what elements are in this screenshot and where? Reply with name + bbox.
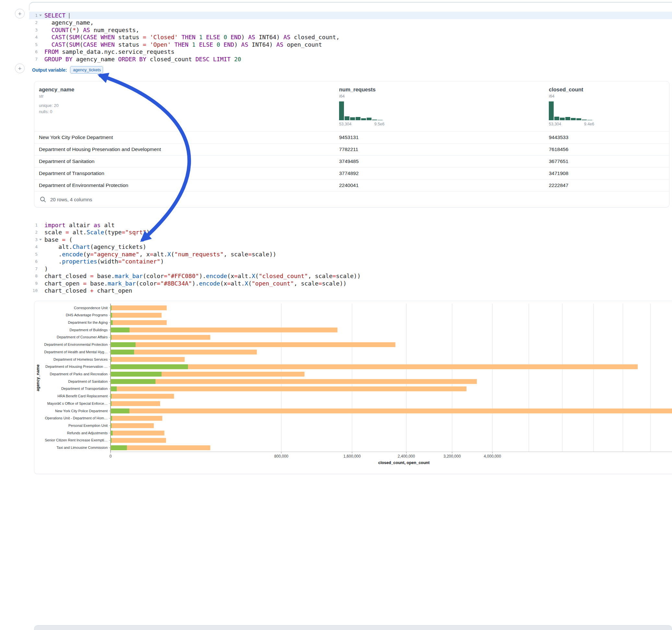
line-number: 7 bbox=[29, 266, 38, 271]
code-line[interactable]: 7) bbox=[29, 265, 672, 272]
code-token bbox=[146, 34, 150, 41]
column-header-closed_count: closed_counti6453,3049.4e6 bbox=[549, 87, 594, 126]
line-number: 4 bbox=[29, 244, 38, 249]
code-token: "#8BC34A" bbox=[161, 280, 192, 287]
code-token: (x bbox=[227, 272, 234, 280]
code-token: X bbox=[252, 272, 256, 280]
line-number: 2 bbox=[29, 230, 38, 235]
code-token: = bbox=[83, 280, 87, 287]
python-code-editor[interactable]: 1import altair as alt2scale = alt.Scale(… bbox=[29, 221, 672, 294]
code-token: encode bbox=[206, 272, 227, 280]
code-token: ( bbox=[66, 236, 73, 243]
code-token: = bbox=[122, 229, 125, 236]
code-token bbox=[146, 41, 150, 48]
code-token: num_requests, bbox=[90, 27, 139, 33]
code-token: = bbox=[157, 280, 161, 287]
search-icon[interactable] bbox=[40, 196, 46, 202]
code-line[interactable]: 10chart_closed + chart_open bbox=[29, 287, 672, 295]
code-token: (y bbox=[83, 251, 90, 258]
code-token: AS bbox=[83, 27, 90, 33]
code-text: agency_name, bbox=[43, 19, 94, 26]
histogram-bar bbox=[361, 118, 366, 120]
code-line[interactable]: 5 .encode(y="agency_name", x=alt.X("num_… bbox=[29, 250, 672, 258]
code-token: ORDER BY bbox=[118, 56, 146, 63]
code-line[interactable]: 1SELECT bbox=[29, 12, 672, 19]
code-token bbox=[44, 34, 51, 41]
table-row[interactable]: Department of Sanitation37494853677651 bbox=[34, 155, 669, 167]
code-line[interactable]: 7GROUP BY agency_name ORDER BY closed_co… bbox=[29, 55, 672, 63]
table-row[interactable]: New York City Police Department945313194… bbox=[34, 131, 669, 143]
y-tick-label: Department of Environmental Protection bbox=[44, 343, 107, 346]
code-line[interactable]: 3 COUNT(*) AS num_requests, bbox=[29, 26, 672, 34]
bar-open-count bbox=[111, 364, 188, 369]
code-line[interactable]: 4 alt.Chart(agency_tickets) bbox=[29, 243, 672, 251]
code-token: , scale bbox=[308, 272, 333, 280]
fold-toggle-icon[interactable] bbox=[38, 239, 43, 240]
code-line[interactable]: 2scale = alt.Scale(type="sqrt") bbox=[29, 229, 672, 236]
code-token: agency_name bbox=[73, 56, 118, 63]
code-token: ( bbox=[69, 27, 73, 33]
code-line[interactable]: 6 .properties(width="container") bbox=[29, 258, 672, 265]
code-text: chart_closed + chart_open bbox=[43, 287, 132, 294]
histogram-bar bbox=[576, 118, 581, 120]
bar-open-count bbox=[111, 313, 112, 318]
chevron-down-icon bbox=[39, 15, 42, 16]
code-line[interactable]: 8chart_closed = base.mark_bar(color="#FF… bbox=[29, 272, 672, 280]
line-number: 1 bbox=[29, 13, 38, 18]
code-line[interactable]: 2 agency_name, bbox=[29, 19, 672, 27]
line-number: 10 bbox=[29, 288, 38, 293]
code-token: chart_closed bbox=[44, 272, 90, 280]
bar-closed-count bbox=[111, 313, 162, 318]
code-line[interactable]: 3base = ( bbox=[29, 236, 672, 243]
code-line[interactable]: 5 CAST(SUM(CASE WHEN status = 'Open' THE… bbox=[29, 41, 672, 48]
code-text: .encode(y="agency_name", x=alt.X("num_re… bbox=[43, 251, 276, 258]
code-text: CAST(SUM(CASE WHEN status = 'Closed' THE… bbox=[43, 34, 340, 41]
code-text: chart_closed = base.mark_bar(color="#FFC… bbox=[43, 272, 360, 280]
code-token: ). bbox=[199, 272, 206, 280]
x-tick-label: 3,200,000 bbox=[443, 454, 461, 459]
code-text: ) bbox=[43, 265, 48, 272]
code-line[interactable]: 4 CAST(SUM(CASE WHEN status = 'Closed' T… bbox=[29, 34, 672, 41]
sql-code-editor[interactable]: 1SELECT 2 agency_name,3 COUNT(*) AS num_… bbox=[29, 12, 672, 63]
code-line[interactable]: 9chart_open = base.mark_bar(color="#8BC3… bbox=[29, 280, 672, 287]
bar-open-count bbox=[111, 372, 162, 377]
code-token: CASE bbox=[83, 34, 97, 41]
bar-open-count bbox=[111, 350, 134, 355]
add-cell-button-top[interactable]: + bbox=[15, 9, 25, 19]
bar-open-count bbox=[111, 438, 112, 443]
code-token: 20 bbox=[234, 56, 241, 63]
code-token: ( bbox=[79, 41, 83, 48]
table-row[interactable]: Department of Environmental Protection22… bbox=[34, 179, 669, 191]
fold-toggle-icon[interactable] bbox=[38, 15, 43, 16]
code-token: (type bbox=[104, 229, 122, 236]
code-token: * bbox=[73, 27, 76, 33]
code-token: . bbox=[44, 251, 62, 258]
code-token bbox=[213, 41, 217, 48]
code-line[interactable]: 1import altair as alt bbox=[29, 221, 672, 229]
y-tick-label: New York City Police Department bbox=[55, 409, 107, 413]
table-row[interactable]: Department of Transportation377489234719… bbox=[34, 167, 669, 179]
x-tick-label: 2,400,000 bbox=[398, 454, 415, 459]
column-type: i64 bbox=[339, 94, 384, 98]
y-tick-label: Department of Homeless Services bbox=[53, 358, 107, 361]
table-row[interactable]: Department of Housing Preservation and D… bbox=[34, 143, 669, 155]
code-token: mark_bar bbox=[115, 272, 143, 280]
bar-open-count bbox=[111, 379, 155, 384]
add-cell-button-output[interactable]: + bbox=[15, 64, 25, 73]
bar-closed-count bbox=[111, 431, 165, 436]
code-line[interactable]: 6FROM sample_data.nyc.service_requests bbox=[29, 48, 672, 56]
line-number: 7 bbox=[29, 57, 38, 62]
code-token: THEN bbox=[182, 34, 195, 41]
histogram-bar bbox=[582, 120, 587, 120]
bar-closed-count bbox=[111, 379, 477, 384]
bar-open-count bbox=[111, 386, 117, 391]
table-cell: New York City Police Department bbox=[39, 135, 113, 140]
code-text: scale = alt.Scale(type="sqrt") bbox=[43, 229, 150, 236]
code-token: = bbox=[143, 34, 146, 41]
code-token: as bbox=[94, 222, 101, 228]
output-variable-chip[interactable]: agency_tickets bbox=[70, 66, 103, 74]
table-cell: 2240041 bbox=[339, 183, 359, 188]
bar-closed-count bbox=[111, 438, 166, 443]
bar-open-count bbox=[111, 423, 112, 428]
output-variable-row: Output variable: agency_tickets bbox=[32, 66, 103, 74]
